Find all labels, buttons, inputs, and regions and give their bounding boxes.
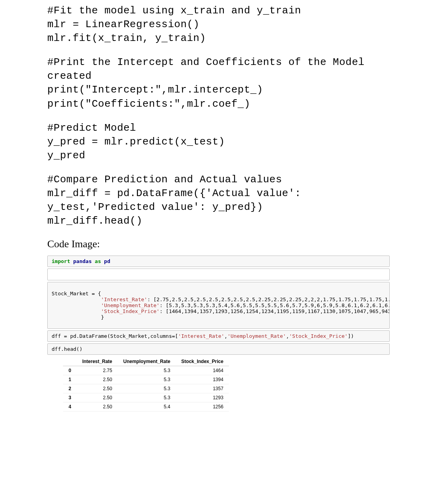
col-stock-index-price: Stock_Index_Price xyxy=(176,357,229,366)
table-row: 3 2.50 5.3 1293 xyxy=(63,393,229,402)
table-row: 4 2.50 5.4 1256 xyxy=(63,402,229,411)
page: #Fit the model using x_train and y_train… xyxy=(0,0,437,427)
col-unemployment-rate: Unemployment_Rate xyxy=(118,357,176,366)
col-index xyxy=(63,357,77,366)
code-block-print: #Print the Intercept and Coefficients of… xyxy=(47,56,390,111)
code-block-predict: #Predict Model y_pred = mlr.predict(x_te… xyxy=(47,121,390,163)
table-row: 0 2.75 5.3 1464 xyxy=(63,366,229,375)
output-table: Interest_Rate Unemployment_Rate Stock_In… xyxy=(63,357,229,411)
cell-stock-market: Stock_Market = { 'Interest_Rate': [2.75,… xyxy=(47,282,390,329)
code-block-fit: #Fit the model using x_train and y_train… xyxy=(47,4,390,45)
code-image-heading: Code Image: xyxy=(47,238,390,250)
code-block-compare: #Compare Prediction and Actual values ml… xyxy=(47,173,390,228)
cell-import: import pandas as pd xyxy=(47,256,390,267)
table-header-row: Interest_Rate Unemployment_Rate Stock_In… xyxy=(63,357,229,366)
table-row: 2 2.50 5.3 1357 xyxy=(63,384,229,393)
cell-spacer xyxy=(47,269,390,280)
col-interest-rate: Interest_Rate xyxy=(77,357,118,366)
table-row: 1 2.50 5.3 1394 xyxy=(63,375,229,384)
cell-head: dff.head() xyxy=(47,343,390,355)
cell-dff: dff = pd.DataFrame(Stock_Market,columns=… xyxy=(47,330,390,342)
